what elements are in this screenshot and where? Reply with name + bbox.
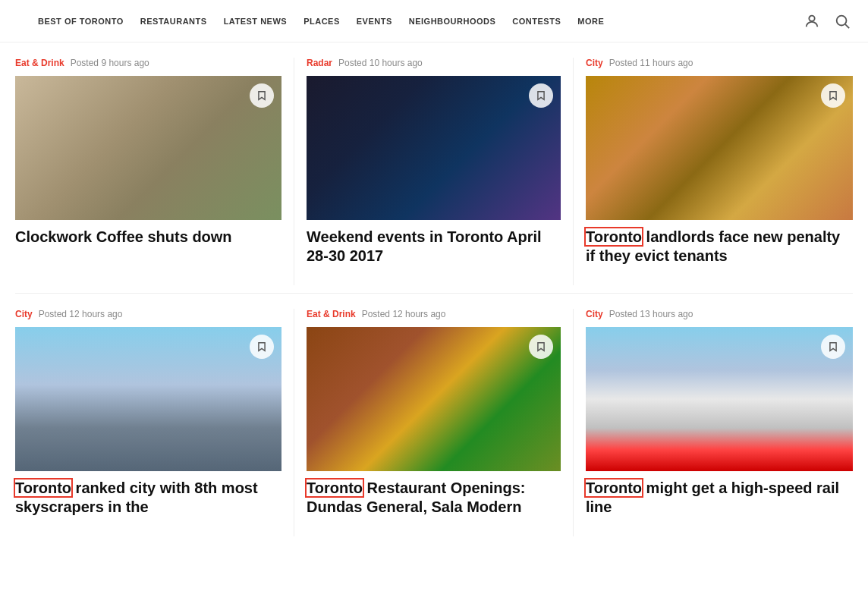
main-content: Eat & DrinkPosted 9 hours agoClockwork C…	[0, 42, 868, 559]
article-posted-time: Posted 12 hours ago	[39, 309, 123, 319]
article-title-highlight: Toronto	[586, 228, 642, 245]
article-image[interactable]	[586, 327, 853, 471]
site-header: BEST OF TORONTORESTAURANTSLATEST NEWSPLA…	[0, 0, 868, 42]
user-icon[interactable]	[801, 11, 822, 32]
article-category[interactable]: City	[586, 58, 603, 68]
article-card: Eat & DrinkPosted 9 hours agoClockwork C…	[15, 58, 294, 285]
article-meta: CityPosted 11 hours ago	[586, 58, 853, 68]
bookmark-button[interactable]	[529, 335, 553, 359]
article-title[interactable]: Weekend events in Toronto April 28-30 20…	[307, 220, 561, 270]
section-divider	[15, 293, 853, 294]
article-image-placeholder	[15, 327, 281, 471]
article-row-0: Eat & DrinkPosted 9 hours agoClockwork C…	[15, 58, 853, 285]
article-posted-time: Posted 10 hours ago	[338, 58, 423, 68]
svg-line-2	[845, 24, 849, 28]
svg-point-0	[809, 15, 814, 20]
article-title[interactable]: Toronto ranked city with 8th most skyscr…	[15, 471, 281, 521]
bookmark-button[interactable]	[529, 83, 553, 108]
article-category[interactable]: Radar	[307, 58, 332, 68]
article-category[interactable]: City	[15, 309, 33, 319]
article-title[interactable]: Toronto Restaurant Openings: Dundas Gene…	[307, 471, 561, 521]
svg-point-1	[837, 15, 847, 25]
article-meta: CityPosted 13 hours ago	[586, 309, 853, 319]
nav-item-places[interactable]: PLACES	[303, 17, 340, 26]
article-meta: Eat & DrinkPosted 12 hours ago	[307, 309, 561, 319]
bookmark-button[interactable]	[250, 83, 274, 108]
article-meta: CityPosted 12 hours ago	[15, 309, 281, 319]
bookmark-button[interactable]	[250, 335, 274, 359]
bookmark-button[interactable]	[821, 83, 845, 108]
nav-item-neighbourhoods[interactable]: NEIGHBOURHOODS	[409, 17, 496, 26]
article-title[interactable]: Clockwork Coffee shuts down	[15, 220, 281, 251]
main-nav: BEST OF TORONTORESTAURANTSLATEST NEWSPLA…	[38, 17, 801, 26]
article-posted-time: Posted 12 hours ago	[362, 309, 446, 319]
article-row-1: CityPosted 12 hours agoToronto ranked ci…	[15, 309, 853, 536]
nav-item-contests[interactable]: CONTESTS	[512, 17, 561, 26]
nav-item-latest-news[interactable]: LATEST NEWS	[224, 17, 288, 26]
article-category[interactable]: Eat & Drink	[15, 58, 64, 68]
article-image-placeholder	[15, 76, 281, 220]
bookmark-button[interactable]	[821, 335, 845, 359]
article-posted-time: Posted 13 hours ago	[609, 309, 693, 319]
article-image[interactable]	[307, 76, 561, 220]
article-card: CityPosted 13 hours agoToronto might get…	[574, 309, 853, 536]
article-image-placeholder	[307, 327, 561, 471]
article-card: RadarPosted 10 hours agoWeekend events i…	[294, 58, 574, 285]
article-card: CityPosted 11 hours agoToronto landlords…	[574, 58, 853, 285]
article-title-highlight: Toronto	[586, 480, 642, 496]
article-image[interactable]	[15, 327, 281, 471]
nav-item-restaurants[interactable]: RESTAURANTS	[140, 17, 207, 26]
article-card: CityPosted 12 hours agoToronto ranked ci…	[15, 309, 294, 536]
nav-item-best-of-toronto[interactable]: BEST OF TORONTO	[38, 17, 124, 26]
article-posted-time: Posted 9 hours ago	[71, 58, 149, 68]
search-icon[interactable]	[832, 11, 853, 32]
article-meta: Eat & DrinkPosted 9 hours ago	[15, 58, 281, 68]
article-image[interactable]	[586, 76, 853, 220]
article-image[interactable]	[15, 76, 281, 220]
article-posted-time: Posted 11 hours ago	[609, 58, 693, 68]
article-title[interactable]: Toronto might get a high-speed rail line	[586, 471, 853, 521]
article-image-placeholder	[586, 76, 853, 220]
article-category[interactable]: Eat & Drink	[307, 309, 356, 319]
article-image[interactable]	[307, 327, 561, 471]
article-title[interactable]: Toronto landlords face new penalty if th…	[586, 220, 853, 270]
article-card: Eat & DrinkPosted 12 hours agoToronto Re…	[294, 309, 574, 536]
nav-item-events[interactable]: EVENTS	[357, 17, 392, 26]
article-image-placeholder	[307, 76, 561, 220]
article-meta: RadarPosted 10 hours ago	[307, 58, 561, 68]
article-title-highlight: Toronto	[15, 480, 71, 496]
article-title-highlight: Toronto	[307, 480, 363, 496]
article-image-placeholder	[586, 327, 853, 471]
nav-item-more[interactable]: MORE	[577, 17, 604, 26]
article-category[interactable]: City	[586, 309, 603, 319]
